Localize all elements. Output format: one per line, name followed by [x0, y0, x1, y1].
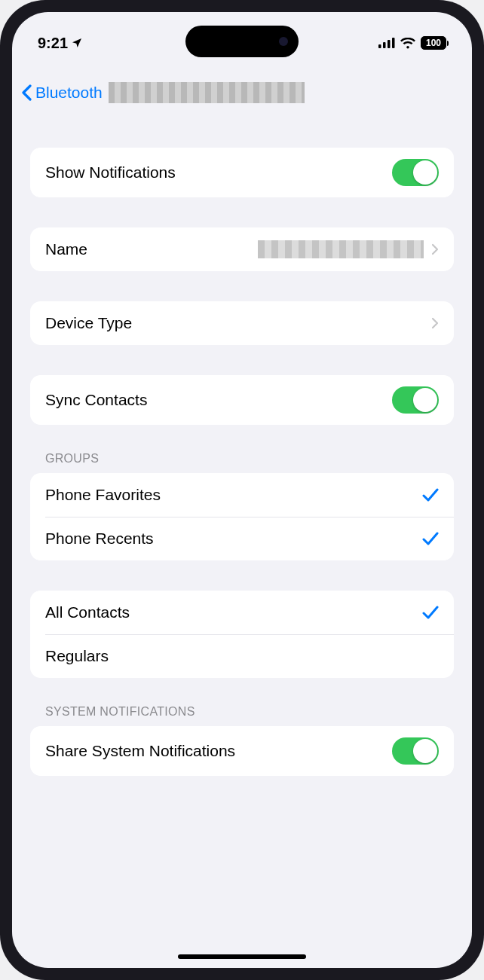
battery-icon: 100 — [421, 36, 446, 50]
phone-frame: 9:21 100 Bluetooth — [0, 0, 484, 980]
status-right: 100 — [378, 36, 446, 50]
chevron-right-icon — [431, 317, 439, 329]
back-label: Bluetooth — [35, 84, 103, 102]
group-sync-contacts: Sync Contacts — [30, 375, 454, 425]
check-icon — [422, 531, 439, 546]
row-name[interactable]: Name — [30, 227, 454, 271]
wifi-icon — [400, 38, 415, 49]
toggle-share-system-notifications[interactable] — [392, 737, 439, 765]
label-sync-contacts: Sync Contacts — [45, 391, 147, 409]
label-phone-favorites: Phone Favorites — [45, 486, 161, 504]
cellular-icon — [378, 38, 395, 48]
back-button[interactable]: Bluetooth — [21, 84, 103, 102]
status-left: 9:21 — [38, 35, 83, 52]
content: Show Notifications Name Dev — [12, 148, 472, 968]
label-share-system-notifications: Share System Notifications — [45, 742, 235, 760]
group-device-type: Device Type — [30, 301, 454, 345]
chevron-left-icon — [21, 84, 32, 101]
svg-rect-1 — [383, 42, 386, 48]
check-icon — [422, 487, 439, 502]
group-phone: Phone Favorites Phone Recents — [30, 473, 454, 560]
group-contacts: All Contacts Regulars — [30, 591, 454, 678]
name-value-redacted — [258, 240, 424, 258]
label-device-type: Device Type — [45, 314, 132, 332]
label-name: Name — [45, 240, 87, 258]
svg-rect-2 — [388, 40, 391, 48]
group-name: Name — [30, 227, 454, 271]
label-show-notifications: Show Notifications — [45, 163, 176, 182]
check-icon — [422, 605, 439, 620]
row-show-notifications: Show Notifications — [30, 148, 454, 197]
group-system-notifications: Share System Notifications — [30, 726, 454, 776]
chevron-right-icon — [431, 243, 439, 255]
section-groups: GROUPS Phone Favorites Phone Recents — [30, 452, 454, 560]
battery-percent: 100 — [426, 38, 441, 48]
toggle-sync-contacts[interactable] — [392, 386, 439, 414]
label-regulars: Regulars — [45, 647, 109, 665]
row-phone-favorites[interactable]: Phone Favorites — [30, 473, 454, 517]
page-title-redacted — [109, 82, 305, 103]
svg-rect-3 — [392, 38, 395, 48]
toggle-show-notifications[interactable] — [392, 159, 439, 186]
header-system-notifications: SYSTEM NOTIFICATIONS — [30, 705, 454, 726]
label-phone-recents: Phone Recents — [45, 530, 154, 548]
row-phone-recents[interactable]: Phone Recents — [30, 517, 454, 560]
row-regulars[interactable]: Regulars — [30, 634, 454, 678]
group-show-notifications: Show Notifications — [30, 148, 454, 197]
label-all-contacts: All Contacts — [45, 603, 130, 621]
row-name-right — [258, 240, 439, 258]
status-time: 9:21 — [38, 35, 68, 52]
header-groups: GROUPS — [30, 452, 454, 473]
section-system-notifications: SYSTEM NOTIFICATIONS Share System Notifi… — [30, 705, 454, 776]
location-icon — [71, 37, 83, 49]
row-all-contacts[interactable]: All Contacts — [30, 591, 454, 634]
row-share-system-notifications: Share System Notifications — [30, 726, 454, 776]
dynamic-island — [185, 26, 299, 57]
screen: 9:21 100 Bluetooth — [12, 12, 472, 968]
home-indicator[interactable] — [178, 954, 306, 959]
row-sync-contacts: Sync Contacts — [30, 375, 454, 425]
svg-rect-0 — [378, 44, 381, 48]
row-device-type[interactable]: Device Type — [30, 301, 454, 345]
nav-bar: Bluetooth — [12, 74, 472, 111]
